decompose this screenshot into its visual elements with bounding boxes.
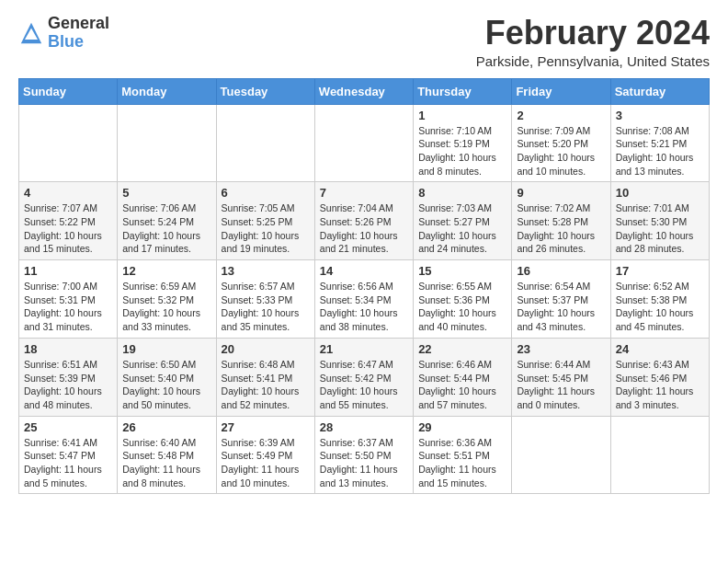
calendar-cell [610,416,709,494]
calendar-cell: 21Sunrise: 6:47 AM Sunset: 5:42 PM Dayli… [314,338,413,416]
day-info: Sunrise: 7:02 AM Sunset: 5:28 PM Dayligh… [517,201,605,256]
day-number: 18 [24,342,112,356]
day-info: Sunrise: 6:39 AM Sunset: 5:49 PM Dayligh… [222,436,310,490]
day-info: Sunrise: 6:36 AM Sunset: 5:51 PM Dayligh… [418,436,506,490]
calendar-week-row: 11Sunrise: 7:00 AM Sunset: 5:31 PM Dayli… [19,260,710,339]
calendar-cell: 10Sunrise: 7:01 AM Sunset: 5:30 PM Dayli… [610,182,709,260]
day-info: Sunrise: 7:00 AM Sunset: 5:31 PM Dayligh… [24,280,112,334]
day-number: 19 [122,342,210,356]
calendar-cell: 12Sunrise: 6:59 AM Sunset: 5:32 PM Dayli… [118,260,216,339]
weekday-header-friday: Friday [512,78,610,104]
day-info: Sunrise: 6:43 AM Sunset: 5:46 PM Dayligh… [616,358,704,412]
day-number: 9 [517,186,605,200]
calendar-cell: 14Sunrise: 6:56 AM Sunset: 5:34 PM Dayli… [314,260,413,339]
calendar-cell: 20Sunrise: 6:48 AM Sunset: 5:41 PM Dayli… [216,338,314,416]
day-number: 26 [122,420,210,434]
day-info: Sunrise: 6:52 AM Sunset: 5:38 PM Dayligh… [616,280,704,334]
day-info: Sunrise: 6:55 AM Sunset: 5:36 PM Dayligh… [418,280,506,334]
day-number: 29 [418,420,506,434]
calendar-cell: 24Sunrise: 6:43 AM Sunset: 5:46 PM Dayli… [610,338,709,416]
day-number: 17 [616,264,704,278]
day-info: Sunrise: 6:40 AM Sunset: 5:48 PM Dayligh… [122,436,210,490]
calendar-header: SundayMondayTuesdayWednesdayThursdayFrid… [19,78,710,104]
day-number: 24 [616,342,704,356]
day-number: 12 [122,264,210,278]
calendar-cell: 6Sunrise: 7:05 AM Sunset: 5:25 PM Daylig… [216,182,314,260]
day-info: Sunrise: 7:04 AM Sunset: 5:26 PM Dayligh… [320,201,408,256]
day-number: 16 [517,264,605,278]
calendar-cell [216,104,314,182]
day-number: 28 [320,420,408,434]
day-number: 22 [418,342,506,356]
logo-icon [18,20,44,46]
day-number: 5 [122,186,210,200]
calendar-cell: 8Sunrise: 7:03 AM Sunset: 5:27 PM Daylig… [414,182,512,260]
calendar-cell [314,104,413,182]
calendar-cell: 19Sunrise: 6:50 AM Sunset: 5:40 PM Dayli… [118,338,216,416]
day-info: Sunrise: 7:05 AM Sunset: 5:25 PM Dayligh… [222,201,310,256]
calendar-cell: 27Sunrise: 6:39 AM Sunset: 5:49 PM Dayli… [216,416,314,494]
calendar-cell: 29Sunrise: 6:36 AM Sunset: 5:51 PM Dayli… [414,416,512,494]
logo-text: General Blue [48,15,109,52]
calendar-cell: 15Sunrise: 6:55 AM Sunset: 5:36 PM Dayli… [414,260,512,339]
day-info: Sunrise: 7:08 AM Sunset: 5:21 PM Dayligh… [616,124,704,178]
logo-general-text: General [48,15,109,33]
calendar-cell: 13Sunrise: 6:57 AM Sunset: 5:33 PM Dayli… [216,260,314,339]
day-number: 20 [222,342,310,356]
day-number: 27 [222,420,310,434]
calendar-cell: 18Sunrise: 6:51 AM Sunset: 5:39 PM Dayli… [19,338,118,416]
weekday-header-sunday: Sunday [19,78,118,104]
calendar-cell: 28Sunrise: 6:37 AM Sunset: 5:50 PM Dayli… [314,416,413,494]
day-info: Sunrise: 6:41 AM Sunset: 5:47 PM Dayligh… [24,436,112,490]
day-info: Sunrise: 6:37 AM Sunset: 5:50 PM Dayligh… [320,436,408,490]
calendar-cell: 2Sunrise: 7:09 AM Sunset: 5:20 PM Daylig… [512,104,610,182]
calendar-cell: 16Sunrise: 6:54 AM Sunset: 5:37 PM Dayli… [512,260,610,339]
day-info: Sunrise: 6:54 AM Sunset: 5:37 PM Dayligh… [517,280,605,334]
day-number: 7 [320,186,408,200]
calendar-cell: 26Sunrise: 6:40 AM Sunset: 5:48 PM Dayli… [118,416,216,494]
calendar-cell: 23Sunrise: 6:44 AM Sunset: 5:45 PM Dayli… [512,338,610,416]
calendar-table: SundayMondayTuesdayWednesdayThursdayFrid… [18,78,710,495]
day-info: Sunrise: 6:50 AM Sunset: 5:40 PM Dayligh… [122,358,210,412]
calendar-cell: 9Sunrise: 7:02 AM Sunset: 5:28 PM Daylig… [512,182,610,260]
calendar-cell [19,104,118,182]
calendar-week-row: 18Sunrise: 6:51 AM Sunset: 5:39 PM Dayli… [19,338,710,416]
weekday-header-row: SundayMondayTuesdayWednesdayThursdayFrid… [19,78,710,104]
day-info: Sunrise: 6:51 AM Sunset: 5:39 PM Dayligh… [24,358,112,412]
calendar-cell: 22Sunrise: 6:46 AM Sunset: 5:44 PM Dayli… [414,338,512,416]
day-number: 8 [418,186,506,200]
day-number: 10 [616,186,704,200]
weekday-header-wednesday: Wednesday [314,78,413,104]
day-info: Sunrise: 6:46 AM Sunset: 5:44 PM Dayligh… [418,358,506,412]
day-number: 14 [320,264,408,278]
calendar-cell: 25Sunrise: 6:41 AM Sunset: 5:47 PM Dayli… [19,416,118,494]
calendar-cell: 1Sunrise: 7:10 AM Sunset: 5:19 PM Daylig… [414,104,512,182]
day-info: Sunrise: 7:01 AM Sunset: 5:30 PM Dayligh… [616,201,704,256]
calendar-week-row: 25Sunrise: 6:41 AM Sunset: 5:47 PM Dayli… [19,416,710,494]
calendar-cell: 4Sunrise: 7:07 AM Sunset: 5:22 PM Daylig… [19,182,118,260]
day-number: 23 [517,342,605,356]
day-number: 4 [24,186,112,200]
calendar-cell: 17Sunrise: 6:52 AM Sunset: 5:38 PM Dayli… [610,260,709,339]
calendar-week-row: 4Sunrise: 7:07 AM Sunset: 5:22 PM Daylig… [19,182,710,260]
weekday-header-thursday: Thursday [414,78,512,104]
calendar-cell: 7Sunrise: 7:04 AM Sunset: 5:26 PM Daylig… [314,182,413,260]
calendar-cell: 11Sunrise: 7:00 AM Sunset: 5:31 PM Dayli… [19,260,118,339]
day-info: Sunrise: 6:56 AM Sunset: 5:34 PM Dayligh… [320,280,408,334]
calendar-cell [512,416,610,494]
calendar-cell: 5Sunrise: 7:06 AM Sunset: 5:24 PM Daylig… [118,182,216,260]
day-number: 25 [24,420,112,434]
weekday-header-tuesday: Tuesday [216,78,314,104]
day-number: 2 [517,109,605,122]
day-info: Sunrise: 6:48 AM Sunset: 5:41 PM Dayligh… [222,358,310,412]
day-number: 6 [222,186,310,200]
day-info: Sunrise: 7:09 AM Sunset: 5:20 PM Dayligh… [517,124,605,178]
calendar-cell [118,104,216,182]
calendar-cell: 3Sunrise: 7:08 AM Sunset: 5:21 PM Daylig… [610,104,709,182]
weekday-header-monday: Monday [118,78,216,104]
day-info: Sunrise: 6:47 AM Sunset: 5:42 PM Dayligh… [320,358,408,412]
page-header: General Blue February 2024 Parkside, Pen… [18,15,710,69]
day-number: 1 [418,109,506,122]
day-number: 11 [24,264,112,278]
day-info: Sunrise: 7:10 AM Sunset: 5:19 PM Dayligh… [418,124,506,178]
